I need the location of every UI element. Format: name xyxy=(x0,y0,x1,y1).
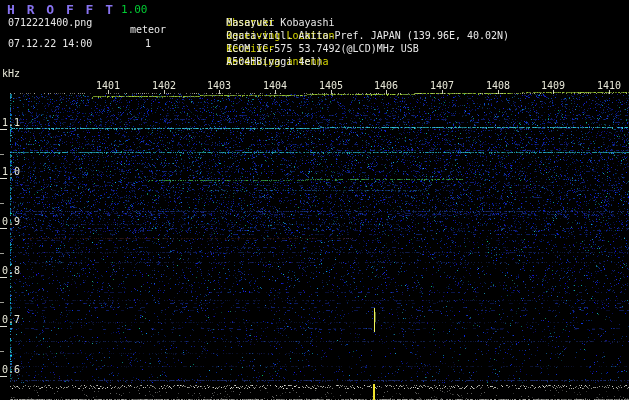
y-axis-tick-label: 0.7 xyxy=(2,314,20,325)
y-axis-unit-label: kHz xyxy=(2,68,20,79)
info-value: Ogata-vill. Akita-Pref. JAPAN (139.96E, … xyxy=(226,29,509,42)
x-axis-tick-label: 1407 xyxy=(430,80,454,91)
info-row-observer: Observer:Masayuki Kobayashi xyxy=(178,3,226,16)
app-version: 1.00 xyxy=(121,3,148,16)
output-filename: 0712221400.png xyxy=(8,17,92,28)
info-value: ICOM IC-575 53.7492(@LCD)MHz USB xyxy=(226,42,419,55)
app-title: H R O F F T xyxy=(7,2,115,17)
x-axis-tick-label: 1401 xyxy=(96,80,120,91)
y-axis-tick-label: 1.1 xyxy=(2,117,20,128)
x-axis-tick-label: 1402 xyxy=(152,80,176,91)
meteor-counter-label: meteor xyxy=(130,24,166,35)
observation-datetime: 07.12.22 14:00 xyxy=(8,38,92,49)
x-axis-tick-label: 1403 xyxy=(207,80,231,91)
info-value: Masayuki Kobayashi xyxy=(226,16,334,29)
x-axis-tick-label: 1405 xyxy=(319,80,343,91)
hrofft-output-image: H R O F F T 1.00 0712221400.png meteor 1… xyxy=(0,0,629,400)
x-axis-tick-label: 1409 xyxy=(541,80,565,91)
station-info-block: Observer:Masayuki Kobayashi Receiving Lo… xyxy=(178,3,226,55)
y-axis-tick-label: 0.6 xyxy=(2,364,20,375)
info-value: A504HB(yagi 4el) xyxy=(226,55,322,68)
x-axis-tick-label: 1404 xyxy=(263,80,287,91)
x-axis-tick-label: 1408 xyxy=(486,80,510,91)
y-axis-tick-label: 0.8 xyxy=(2,265,20,276)
y-axis-tick-label: 1.0 xyxy=(2,166,20,177)
x-axis-tick-label: 1410 xyxy=(597,80,621,91)
meteor-count-value: 1 xyxy=(145,38,151,49)
x-axis-tick-label: 1406 xyxy=(374,80,398,91)
y-axis-tick-label: 0.9 xyxy=(2,216,20,227)
